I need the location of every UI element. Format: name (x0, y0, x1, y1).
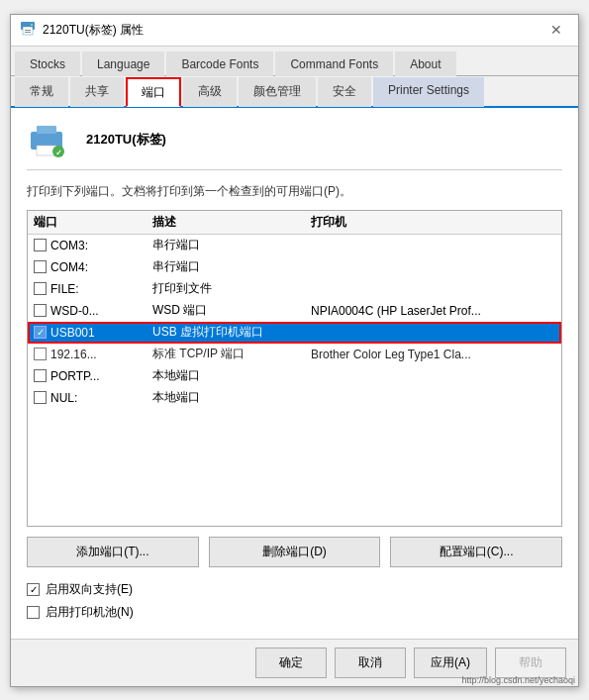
printer-icon-large: ✓ (27, 120, 74, 159)
tab-stocks[interactable]: Stocks (15, 51, 80, 76)
port-name: COM4: (50, 260, 88, 274)
port-name: USB001 (50, 326, 95, 340)
table-row[interactable]: PORTP... 本地端口 (28, 365, 561, 387)
bidirectional-label: 启用双向支持(E) (46, 581, 133, 598)
port-checkbox[interactable] (34, 260, 47, 273)
port-checkbox[interactable] (34, 391, 47, 404)
port-name: PORTP... (50, 369, 100, 383)
close-button[interactable]: ✕ (542, 16, 570, 44)
port-list-body[interactable]: COM3: 串行端口 COM4: 串行端口 (28, 235, 561, 526)
port-desc: 本地端口 (152, 389, 311, 406)
port-desc: 标准 TCP/IP 端口 (152, 346, 311, 362)
table-row[interactable]: FILE: 打印到文件 (28, 278, 561, 300)
watermark: http://blog.csdn.net/yechaoqi (461, 675, 575, 685)
tab-port[interactable]: 端口 (126, 77, 181, 107)
content-area: ✓ 2120TU(标签) 打印到下列端口。文档将打印到第一个检查到的可用端口(P… (11, 108, 578, 639)
title-bar: 2120TU(标签) 属性 ✕ (11, 15, 578, 47)
table-row[interactable]: COM4: 串行端口 (28, 256, 561, 278)
table-row-selected[interactable]: ✓ USB001 USB 虚拟打印机端口 (28, 322, 561, 344)
col-header-printer: 打印机 (311, 214, 555, 231)
port-checkbox[interactable] (34, 348, 47, 360)
help-button[interactable]: 帮助 (495, 648, 566, 678)
cancel-button[interactable]: 取消 (335, 648, 406, 678)
printer-icon (19, 21, 37, 39)
pool-checkbox[interactable] (27, 606, 40, 619)
tab-command-fonts[interactable]: Command Fonts (275, 51, 393, 76)
tab-general[interactable]: 常规 (15, 77, 68, 107)
apply-button[interactable]: 应用(A) (414, 648, 487, 678)
option-pool-row: 启用打印机池(N) (27, 604, 562, 621)
col-header-desc: 描述 (152, 214, 311, 231)
port-name: FILE: (50, 282, 79, 296)
port-name: WSD-0... (50, 304, 99, 318)
port-checkbox[interactable] (34, 282, 47, 295)
port-printer: NPIA0004C (HP LaserJet Prof... (311, 304, 555, 318)
window-title: 2120TU(标签) 属性 (43, 22, 542, 39)
port-checkbox-checked[interactable]: ✓ (34, 326, 47, 339)
port-desc: 串行端口 (152, 237, 311, 253)
tabs-row-2: 常规 共享 端口 高级 颜色管理 安全 Printer Settings (11, 76, 578, 108)
port-checkbox[interactable] (34, 304, 47, 317)
svg-rect-6 (37, 126, 56, 134)
port-desc: WSD 端口 (152, 302, 311, 319)
port-desc: USB 虚拟打印机端口 (152, 324, 311, 341)
pool-label: 启用打印机池(N) (46, 604, 134, 621)
tab-printer-settings[interactable]: Printer Settings (373, 77, 484, 107)
port-buttons: 添加端口(T)... 删除端口(D) 配置端口(C)... (27, 537, 562, 567)
add-port-button[interactable]: 添加端口(T)... (27, 537, 199, 567)
tabs-row-1: Stocks Language Barcode Fonts Command Fo… (11, 47, 578, 76)
port-name: 192.16... (50, 348, 97, 361)
svg-text:✓: ✓ (55, 149, 62, 157)
port-list-container: 端口 描述 打印机 COM3: 串行端口 (27, 210, 562, 527)
port-name: COM3: (50, 239, 88, 252)
table-row[interactable]: NUL: 本地端口 (28, 387, 561, 409)
configure-port-button[interactable]: 配置端口(C)... (390, 537, 562, 567)
printer-properties-window: 2120TU(标签) 属性 ✕ Stocks Language Barcode … (10, 14, 579, 687)
option-bidirectional-row: 启用双向支持(E) (27, 581, 562, 598)
port-name: NUL: (50, 391, 77, 405)
printer-header: ✓ 2120TU(标签) (27, 120, 562, 170)
port-checkbox[interactable] (34, 369, 47, 382)
svg-rect-2 (25, 30, 31, 31)
svg-rect-3 (25, 32, 31, 33)
tab-barcode-fonts[interactable]: Barcode Fonts (166, 51, 273, 76)
tab-security[interactable]: 安全 (318, 77, 371, 107)
ok-button[interactable]: 确定 (255, 648, 327, 678)
tab-language[interactable]: Language (82, 51, 164, 76)
delete-port-button[interactable]: 删除端口(D) (209, 537, 381, 567)
port-desc: 打印到文件 (152, 280, 311, 297)
tab-advanced[interactable]: 高级 (183, 77, 237, 107)
bidirectional-checkbox[interactable] (27, 583, 40, 596)
svg-point-4 (31, 24, 33, 26)
tab-color-mgmt[interactable]: 颜色管理 (239, 77, 316, 107)
tab-share[interactable]: 共享 (70, 77, 124, 107)
tab-about[interactable]: About (395, 51, 455, 76)
table-row[interactable]: COM3: 串行端口 (28, 235, 561, 256)
port-desc: 串行端口 (152, 258, 311, 275)
port-checkbox[interactable] (34, 239, 47, 251)
port-printer: Brother Color Leg Type1 Cla... (311, 348, 555, 361)
table-row[interactable]: 192.16... 标准 TCP/IP 端口 Brother Color Leg… (28, 344, 561, 365)
table-row[interactable]: WSD-0... WSD 端口 NPIA0004C (HP LaserJet P… (28, 300, 561, 322)
description-text: 打印到下列端口。文档将打印到第一个检查到的可用端口(P)。 (27, 182, 562, 200)
port-desc: 本地端口 (152, 367, 311, 384)
printer-svg: ✓ (27, 120, 66, 159)
port-list-header: 端口 描述 打印机 (28, 211, 561, 235)
printer-name: 2120TU(标签) (86, 131, 166, 149)
col-header-port: 端口 (34, 214, 152, 231)
